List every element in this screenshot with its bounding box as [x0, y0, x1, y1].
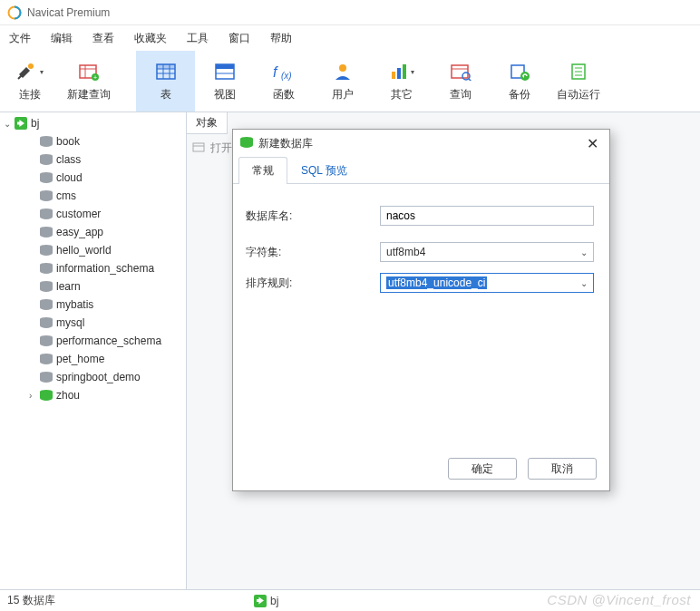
tree-db-mysql[interactable]: mysql: [0, 314, 186, 332]
dialog-title: 新建数据库: [258, 136, 583, 151]
tree-db-pet_home[interactable]: pet_home: [0, 350, 186, 368]
svg-rect-21: [397, 68, 401, 79]
app-title: Navicat Premium: [27, 6, 110, 19]
query-icon: [450, 60, 472, 83]
view-icon: [214, 60, 236, 83]
status-mid: bj: [254, 595, 278, 607]
menu-edit[interactable]: 编辑: [51, 31, 73, 46]
tool-function[interactable]: f(x) 函数: [254, 51, 313, 112]
connection-icon: [15, 117, 27, 130]
tree-db-zhou[interactable]: ›zhou: [0, 386, 186, 404]
db-name-label: 数据库名:: [246, 209, 380, 224]
title-bar: Navicat Premium: [0, 0, 700, 25]
status-bar: 15 数据库 bj: [0, 589, 700, 611]
open-icon: [192, 141, 207, 156]
menu-tools[interactable]: 工具: [187, 31, 209, 46]
tree-db-hello_world[interactable]: hello_world: [0, 241, 186, 259]
tool-query[interactable]: 查询: [431, 51, 490, 112]
database-icon: [40, 299, 53, 310]
chevron-down-icon: ⌄: [580, 278, 588, 288]
tree-db-cloud[interactable]: cloud: [0, 169, 186, 187]
other-icon: ▾: [388, 60, 414, 83]
database-icon: [40, 245, 53, 256]
tool-user[interactable]: 用户: [313, 51, 372, 112]
tool-table[interactable]: 表: [136, 51, 195, 112]
svg-rect-15: [216, 64, 234, 69]
tree-connection-bj[interactable]: ⌄ bj: [0, 114, 186, 132]
tool-backup[interactable]: 备份: [490, 51, 549, 112]
menu-help[interactable]: 帮助: [270, 31, 292, 46]
tool-connect[interactable]: ▾ 连接: [0, 51, 59, 112]
new-database-dialog: 新建数据库 ✕ 常规 SQL 预览 数据库名: 字符集: utf8mb4 ⌄ 排…: [232, 129, 610, 491]
tree-db-book[interactable]: book: [0, 132, 186, 150]
database-icon: [40, 154, 53, 165]
svg-rect-22: [403, 64, 406, 79]
database-icon: [40, 317, 53, 328]
menu-window[interactable]: 窗口: [228, 31, 250, 46]
expand-icon[interactable]: ›: [29, 391, 40, 401]
dialog-title-bar[interactable]: 新建数据库 ✕: [233, 130, 609, 157]
tree-db-performance_schema[interactable]: performance_schema: [0, 332, 186, 350]
content-tab-objects[interactable]: 对象: [187, 112, 228, 134]
tree-label: learn: [56, 280, 81, 293]
tree-label: book: [56, 135, 80, 148]
tree-label: hello_world: [56, 244, 112, 257]
app-logo-icon: [7, 5, 22, 20]
database-icon: [40, 136, 53, 147]
tree-db-easy_app[interactable]: easy_app: [0, 223, 186, 241]
tree-label: mysql: [56, 316, 84, 329]
close-icon[interactable]: ✕: [583, 135, 602, 152]
open-label[interactable]: 打开: [210, 141, 232, 156]
tree-db-springboot_demo[interactable]: springboot_demo: [0, 368, 186, 386]
tool-other[interactable]: ▾ 其它: [372, 51, 431, 112]
tab-sql-preview[interactable]: SQL 预览: [287, 157, 361, 184]
content-toolbar: 打开: [187, 134, 238, 161]
status-left: 15 数据库: [7, 593, 55, 608]
db-name-input[interactable]: [380, 206, 594, 226]
database-icon: [40, 372, 53, 383]
tree-label: performance_schema: [56, 335, 161, 347]
charset-select[interactable]: utf8mb4 ⌄: [380, 242, 594, 262]
chevron-down-icon: ⌄: [580, 247, 588, 257]
tree-label: information_schema: [56, 262, 154, 275]
svg-text:f: f: [273, 64, 278, 80]
plug-icon: ▾: [15, 60, 44, 83]
svg-point-19: [339, 64, 346, 72]
tree-label: zhou: [56, 389, 80, 402]
tool-view[interactable]: 视图: [195, 51, 254, 112]
svg-point-1: [28, 63, 34, 69]
tree-db-class[interactable]: class: [0, 150, 186, 169]
tree-label: pet_home: [56, 353, 104, 365]
connection-icon: [254, 595, 267, 607]
svg-rect-20: [392, 72, 395, 79]
database-icon: [40, 281, 53, 292]
svg-line-2: [18, 75, 22, 79]
backup-icon: [509, 60, 530, 83]
database-icon: [40, 227, 53, 238]
menu-file[interactable]: 文件: [9, 31, 31, 46]
tree-db-cms[interactable]: cms: [0, 187, 186, 205]
menu-fav[interactable]: 收藏夹: [134, 31, 167, 46]
menu-bar: 文件 编辑 查看 收藏夹 工具 窗口 帮助: [0, 25, 700, 51]
tool-new-query[interactable]: + 新建查询: [59, 51, 118, 112]
tab-general[interactable]: 常规: [238, 157, 287, 184]
svg-rect-34: [193, 143, 204, 151]
database-icon: [40, 354, 53, 364]
svg-rect-23: [452, 65, 468, 78]
menu-view[interactable]: 查看: [92, 31, 114, 46]
tree-label: cloud: [56, 171, 83, 184]
svg-text:(x): (x): [281, 71, 292, 81]
tree-db-information_schema[interactable]: information_schema: [0, 259, 186, 277]
ok-button[interactable]: 确定: [448, 458, 517, 480]
sidebar[interactable]: ⌄ bj bookclasscloudcmscustomereasy_apphe…: [0, 112, 187, 589]
cancel-button[interactable]: 取消: [528, 458, 597, 480]
tree-db-learn[interactable]: learn: [0, 277, 186, 296]
collation-select[interactable]: utf8mb4_unicode_ci ⌄: [380, 273, 594, 293]
tree-db-mybatis[interactable]: mybatis: [0, 296, 186, 314]
svg-point-25: [462, 73, 470, 80]
expand-icon[interactable]: ⌄: [4, 119, 15, 129]
tree-db-customer[interactable]: customer: [0, 205, 186, 223]
svg-point-28: [520, 72, 530, 81]
user-icon: [333, 60, 353, 83]
tool-autorun[interactable]: 自动运行: [549, 51, 608, 112]
